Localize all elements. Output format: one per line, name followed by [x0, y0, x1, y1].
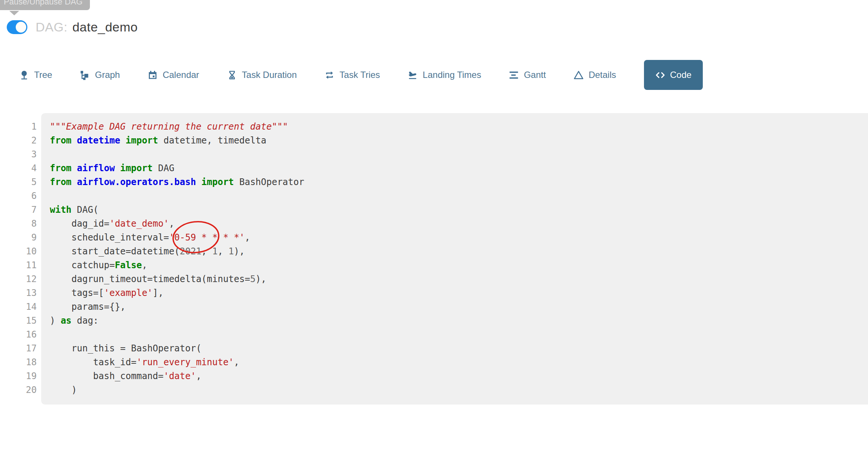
code-line: dag_id='date_demo',: [50, 217, 868, 231]
code-line: params={},: [50, 300, 868, 314]
tab-details[interactable]: Details: [574, 60, 616, 90]
graph-icon: [80, 70, 90, 80]
line-number: 9: [0, 231, 37, 245]
tree-icon: [19, 70, 29, 80]
tab-label: Code: [670, 70, 692, 80]
line-number: 11: [0, 258, 37, 272]
line-number: 12: [0, 272, 37, 286]
tooltip-arrow-icon: [9, 11, 19, 15]
code-line: tags=['example'],: [50, 286, 868, 300]
page-title: DAG: date_demo: [36, 20, 138, 34]
line-number: 1: [0, 120, 37, 134]
dag-pause-toggle[interactable]: [7, 20, 27, 34]
code-line: catchup=False,: [50, 258, 868, 272]
tab-label: Task Tries: [339, 70, 380, 80]
line-number: 13: [0, 286, 37, 300]
code-brackets-icon: [655, 70, 665, 80]
code-line: """Example DAG returning the current dat…: [50, 120, 868, 134]
tab-label: Graph: [95, 70, 120, 80]
code-line: task_id='run_every_minute',: [50, 355, 868, 369]
code-line: dagrun_timeout=timedelta(minutes=5),: [50, 272, 868, 286]
line-number: 20: [0, 383, 37, 397]
tab-tree[interactable]: Tree: [19, 60, 52, 90]
code-line: start_date=datetime(2021, 1, 1),: [50, 245, 868, 258]
dag-header: DAG: date_demo: [7, 20, 138, 34]
tab-calendar[interactable]: Calendar: [148, 60, 199, 90]
tab-task-tries[interactable]: Task Tries: [324, 60, 380, 90]
line-number: 2: [0, 134, 37, 148]
tab-label: Gantt: [524, 70, 546, 80]
line-number: 5: [0, 175, 37, 189]
tab-graph[interactable]: Graph: [80, 60, 120, 90]
line-number: 18: [0, 355, 37, 369]
tab-task-duration[interactable]: Task Duration: [227, 60, 297, 90]
dag-name: date_demo: [72, 20, 138, 34]
dag-view-tabs: TreeGraphCalendarTask DurationTask Tries…: [19, 60, 703, 90]
line-number: 4: [0, 161, 37, 175]
tab-landing-times[interactable]: Landing Times: [408, 60, 481, 90]
warning-triangle-icon: [574, 70, 584, 80]
code-line: from datetime import datetime, timedelta: [50, 134, 868, 148]
line-number: 8: [0, 217, 37, 231]
code-line: ) as dag:: [50, 314, 868, 328]
hourglass-icon: [227, 70, 237, 80]
code-line: ): [50, 383, 868, 397]
repeat-icon: [324, 70, 335, 80]
tab-code[interactable]: Code: [644, 60, 703, 90]
line-number: 3: [0, 148, 37, 161]
line-number: 16: [0, 328, 37, 342]
plane-landing-icon: [408, 70, 418, 80]
code-line: [50, 148, 868, 161]
line-number: 6: [0, 189, 37, 203]
pause-tooltip-text: Pause/Unpause DAG: [0, 0, 90, 10]
code-line: bash_command='date',: [50, 369, 868, 383]
code-line: schedule_interval='0-59 * * * *',: [50, 231, 868, 245]
airflow-dag-code-page: Pause/Unpause DAG DAG: date_demo TreeGra…: [0, 0, 868, 460]
code-line: [50, 189, 868, 203]
line-number: 19: [0, 369, 37, 383]
code-line: with DAG(: [50, 203, 868, 217]
tab-label: Landing Times: [423, 70, 481, 80]
code-view: 1234567891011121314151617181920 """Examp…: [0, 113, 868, 405]
line-number: 10: [0, 245, 37, 258]
tab-label: Tree: [34, 70, 52, 80]
tab-label: Details: [589, 70, 616, 80]
tab-label: Task Duration: [242, 70, 297, 80]
code-line: run_this = BashOperator(: [50, 342, 868, 355]
code-block: """Example DAG returning the current dat…: [41, 113, 868, 405]
calendar-icon: [148, 70, 158, 80]
tab-gantt[interactable]: Gantt: [509, 60, 546, 90]
toggle-knob-icon: [16, 22, 26, 33]
tab-label: Calendar: [163, 70, 199, 80]
line-number: 17: [0, 342, 37, 355]
line-number-gutter: 1234567891011121314151617181920: [0, 113, 37, 405]
line-number: 15: [0, 314, 37, 328]
dag-prefix-label: DAG:: [36, 20, 67, 34]
line-number: 14: [0, 300, 37, 314]
code-line: [50, 328, 868, 342]
line-number: 7: [0, 203, 37, 217]
gantt-bars-icon: [509, 70, 519, 80]
code-line: from airflow.operators.bash import BashO…: [50, 175, 868, 189]
code-line: from airflow import DAG: [50, 161, 868, 175]
